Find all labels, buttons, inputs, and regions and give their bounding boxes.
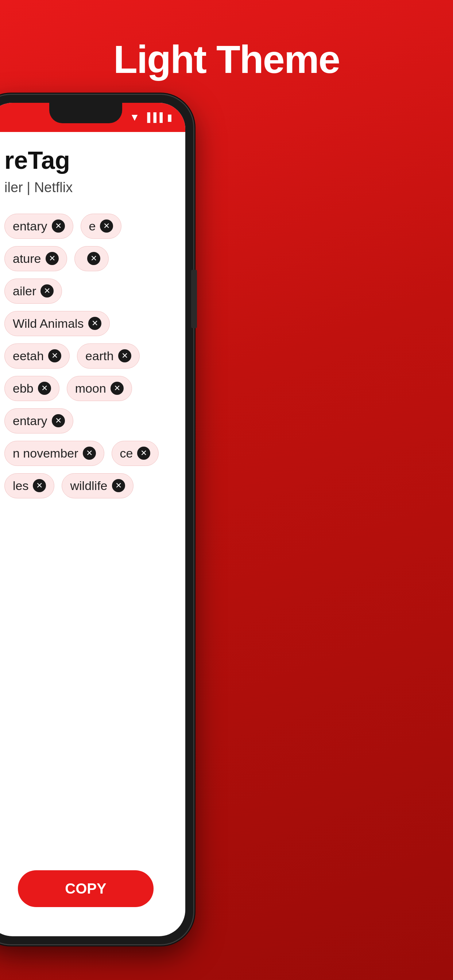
list-item[interactable]: ebb ✕ <box>4 376 59 401</box>
list-item[interactable]: earth ✕ <box>77 344 140 369</box>
tag-label: ailer <box>13 284 36 298</box>
notch <box>49 103 122 123</box>
list-item[interactable]: les ✕ <box>4 473 54 498</box>
list-item[interactable]: wildlife ✕ <box>62 473 133 498</box>
list-item[interactable]: entary ✕ <box>4 214 73 239</box>
tag-label: earth <box>85 349 114 363</box>
tag-label: ce <box>120 446 133 460</box>
tag-remove-icon[interactable]: ✕ <box>38 382 51 395</box>
phone-mockup: ▼ ▐▐▐ ▮ reTag iler | Netflix entary ✕ <box>0 95 212 951</box>
tag-label: ebb <box>13 381 33 396</box>
tag-remove-icon[interactable]: ✕ <box>100 220 113 232</box>
tag-remove-icon[interactable]: ✕ <box>46 252 59 265</box>
tag-remove-icon[interactable]: ✕ <box>137 447 150 460</box>
app-subtitle: iler | Netflix <box>4 180 171 196</box>
app-title: reTag <box>4 146 171 174</box>
signal-icon: ▐▐▐ <box>144 112 163 123</box>
tag-label: ature <box>13 251 41 266</box>
copy-button-area: COPY <box>0 870 185 907</box>
list-item[interactable]: eetah ✕ <box>4 344 70 369</box>
wifi-icon: ▼ <box>129 111 140 123</box>
list-item[interactable]: ✕ <box>74 246 109 271</box>
list-item[interactable]: e ✕ <box>81 214 122 239</box>
tags-container: entary ✕ e ✕ ature ✕ <box>4 214 171 498</box>
list-item[interactable]: entary ✕ <box>4 408 73 433</box>
copy-button[interactable]: COPY <box>18 870 154 907</box>
phone-frame: ▼ ▐▐▐ ▮ reTag iler | Netflix entary ✕ <box>0 95 212 951</box>
tag-label: entary <box>13 414 48 428</box>
app-content: reTag iler | Netflix entary ✕ e ✕ <box>0 132 185 513</box>
status-bar: ▼ ▐▐▐ ▮ <box>0 103 185 132</box>
power-button <box>191 270 197 328</box>
tag-label: eetah <box>13 349 44 363</box>
tag-label: entary <box>13 219 48 233</box>
tag-label: moon <box>75 381 106 396</box>
list-item[interactable]: moon ✕ <box>67 376 132 401</box>
tag-remove-icon[interactable]: ✕ <box>40 285 54 298</box>
tag-remove-icon[interactable]: ✕ <box>87 252 100 265</box>
list-item[interactable]: Wild Animals ✕ <box>4 311 110 336</box>
tag-remove-icon[interactable]: ✕ <box>110 382 124 395</box>
list-item[interactable]: ailer ✕ <box>4 278 62 304</box>
list-item[interactable]: ature ✕ <box>4 246 67 271</box>
tag-remove-icon[interactable]: ✕ <box>52 220 65 232</box>
list-item[interactable]: n november ✕ <box>4 441 104 466</box>
tag-label: e <box>89 219 96 233</box>
tag-remove-icon[interactable]: ✕ <box>118 349 131 363</box>
tag-label: les <box>13 479 29 493</box>
status-icons: ▼ ▐▐▐ ▮ <box>129 111 172 123</box>
tag-remove-icon[interactable]: ✕ <box>112 479 125 492</box>
page-title: Light Theme <box>0 0 453 82</box>
tag-remove-icon[interactable]: ✕ <box>33 479 46 492</box>
tag-remove-icon[interactable]: ✕ <box>88 317 101 330</box>
tag-remove-icon[interactable]: ✕ <box>52 414 65 427</box>
list-item[interactable]: ce ✕ <box>112 441 159 466</box>
battery-icon: ▮ <box>167 112 172 123</box>
tag-remove-icon[interactable]: ✕ <box>48 349 61 363</box>
phone-screen: ▼ ▐▐▐ ▮ reTag iler | Netflix entary ✕ <box>0 103 185 936</box>
tag-label: wildlife <box>70 479 107 493</box>
tag-label: Wild Animals <box>13 317 84 331</box>
tag-remove-icon[interactable]: ✕ <box>83 447 96 460</box>
tag-label: n november <box>13 446 78 460</box>
phone-shell: ▼ ▐▐▐ ▮ reTag iler | Netflix entary ✕ <box>0 95 193 944</box>
